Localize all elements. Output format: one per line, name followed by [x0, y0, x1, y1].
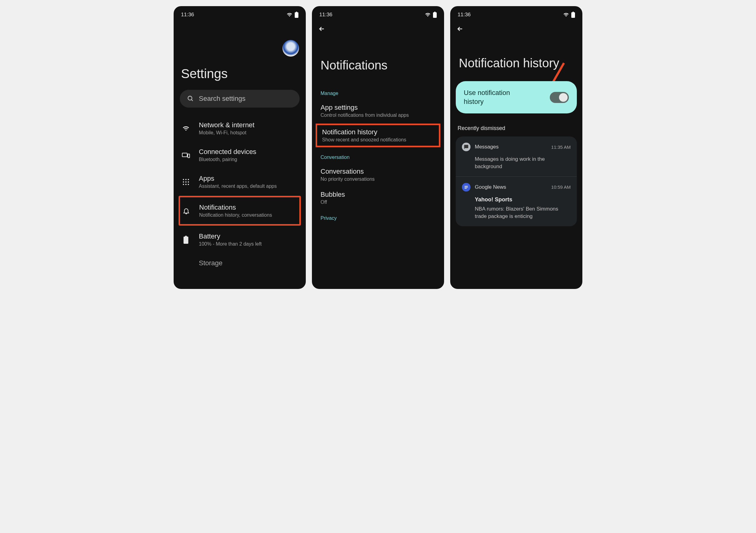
status-icons: [424, 12, 437, 18]
svg-point-6: [183, 179, 184, 180]
svg-point-9: [183, 182, 184, 182]
wifi-icon: [424, 12, 431, 17]
status-bar: 11:36: [450, 6, 582, 20]
settings-item-network[interactable]: Network & internet Mobile, Wi-Fi, hotspo…: [180, 115, 300, 142]
section-label-manage: Manage: [312, 85, 444, 99]
item-title: Battery: [199, 232, 262, 240]
svg-rect-17: [433, 12, 437, 18]
svg-point-7: [185, 179, 187, 180]
messages-app-icon: [462, 143, 471, 151]
page-title: Notification history: [450, 34, 582, 81]
item-title: Bubbles: [320, 191, 436, 199]
bell-icon: [182, 207, 191, 215]
toggle-label: Use notification history: [464, 89, 531, 106]
battery-icon: [571, 12, 575, 18]
section-label-privacy: Privacy: [312, 209, 444, 224]
settings-item-connected-devices[interactable]: Connected devices Bluetooth, pairing: [180, 142, 300, 168]
svg-rect-15: [183, 237, 188, 243]
notification-title: Yahoo! Sports: [475, 196, 571, 204]
svg-rect-18: [434, 12, 436, 13]
notif-item-notification-history[interactable]: Notification history Show recent and sno…: [316, 124, 440, 147]
item-subtitle: 100% - More than 2 days left: [199, 241, 262, 247]
item-title: Conversations: [320, 168, 436, 176]
status-icons: [286, 12, 298, 18]
item-subtitle: Bluetooth, pairing: [199, 157, 256, 162]
item-title: Apps: [199, 175, 277, 182]
notif-item-conversations[interactable]: Conversations No priority conversations: [312, 163, 444, 186]
svg-point-2: [188, 96, 192, 100]
dismissed-notification[interactable]: Messages 11:35 AM Messages is doing work…: [456, 136, 577, 177]
settings-item-storage[interactable]: Storage: [180, 253, 300, 274]
status-bar: 11:36: [174, 6, 306, 20]
back-arrow-icon[interactable]: [456, 25, 464, 33]
svg-rect-24: [465, 187, 468, 187]
app-name: Google News: [475, 184, 506, 190]
settings-item-apps[interactable]: Apps Assistant, recent apps, default app…: [180, 168, 300, 195]
search-placeholder: Search settings: [199, 95, 246, 103]
settings-item-battery[interactable]: Battery 100% - More than 2 days left: [180, 226, 300, 253]
svg-point-12: [183, 184, 184, 185]
notif-item-bubbles[interactable]: Bubbles Off: [312, 186, 444, 209]
notification-history-screen: 11:36 Notification history Use notificat…: [450, 6, 582, 289]
svg-point-11: [188, 182, 189, 182]
status-time: 11:36: [319, 12, 333, 18]
settings-main-screen: 11:36 Settings Search settings Network &…: [174, 6, 306, 289]
dismissed-notification[interactable]: Google News 10:59 AM Yahoo! Sports NBA r…: [456, 177, 577, 226]
item-title: Notification history: [322, 128, 434, 136]
wifi-icon: [182, 124, 190, 133]
item-subtitle: Assistant, recent apps, default apps: [199, 183, 277, 189]
svg-rect-23: [465, 186, 468, 186]
svg-rect-25: [465, 188, 467, 189]
switch-on[interactable]: [550, 92, 569, 103]
svg-line-3: [191, 99, 193, 101]
wifi-icon: [563, 12, 569, 17]
battery-icon: [295, 12, 298, 18]
svg-point-13: [185, 184, 187, 185]
dismissed-notifications-card: Messages 11:35 AM Messages is doing work…: [456, 136, 577, 226]
status-time: 11:36: [181, 12, 194, 18]
devices-icon: [182, 151, 190, 159]
search-input[interactable]: Search settings: [180, 90, 300, 108]
item-title: Notifications: [199, 204, 272, 211]
topbar: [450, 20, 582, 34]
item-subtitle: Off: [320, 200, 436, 205]
back-arrow-icon[interactable]: [318, 25, 325, 33]
item-title: Network & internet: [199, 121, 255, 129]
page-title: Notifications: [312, 34, 444, 85]
status-time: 11:36: [458, 12, 471, 18]
item-subtitle: Notification history, conversations: [199, 212, 272, 218]
notification-body: Messages is doing work in the background: [462, 155, 571, 170]
svg-rect-16: [185, 236, 187, 237]
item-subtitle: No priority conversations: [320, 177, 436, 182]
topbar: [312, 20, 444, 34]
svg-rect-5: [188, 154, 190, 158]
battery-icon: [433, 12, 437, 18]
notification-time: 11:35 AM: [551, 145, 571, 150]
svg-rect-20: [573, 12, 574, 13]
item-subtitle: Control notifications from individual ap…: [320, 113, 436, 118]
svg-rect-1: [296, 12, 297, 13]
item-title: App settings: [320, 103, 436, 112]
search-icon: [187, 95, 194, 102]
item-title: Storage: [199, 259, 223, 267]
item-subtitle: Show recent and snoozed notifications: [322, 137, 434, 143]
use-notification-history-toggle[interactable]: Use notification history: [456, 81, 577, 113]
battery-icon: [182, 236, 190, 244]
svg-point-14: [188, 184, 189, 185]
notification-body: NBA rumors: Blazers' Ben Simmons trade p…: [475, 205, 571, 220]
status-bar: 11:36: [312, 6, 444, 20]
profile-avatar[interactable]: [283, 40, 299, 57]
settings-list: Network & internet Mobile, Wi-Fi, hotspo…: [174, 115, 306, 274]
notif-item-app-settings[interactable]: App settings Control notifications from …: [312, 99, 444, 122]
app-name: Messages: [475, 144, 499, 150]
storage-icon: [182, 260, 190, 268]
section-label-conversation: Conversation: [312, 149, 444, 163]
section-recently-dismissed: Recently dismissed: [450, 123, 582, 136]
item-subtitle: Mobile, Wi-Fi, hotspot: [199, 130, 255, 135]
status-icons: [563, 12, 575, 18]
notification-time: 10:59 AM: [551, 184, 571, 190]
apps-grid-icon: [182, 178, 190, 186]
notifications-settings-screen: 11:36 Notifications Manage App settings …: [312, 6, 444, 289]
svg-rect-0: [295, 12, 298, 18]
settings-item-notifications[interactable]: Notifications Notification history, conv…: [178, 196, 301, 226]
